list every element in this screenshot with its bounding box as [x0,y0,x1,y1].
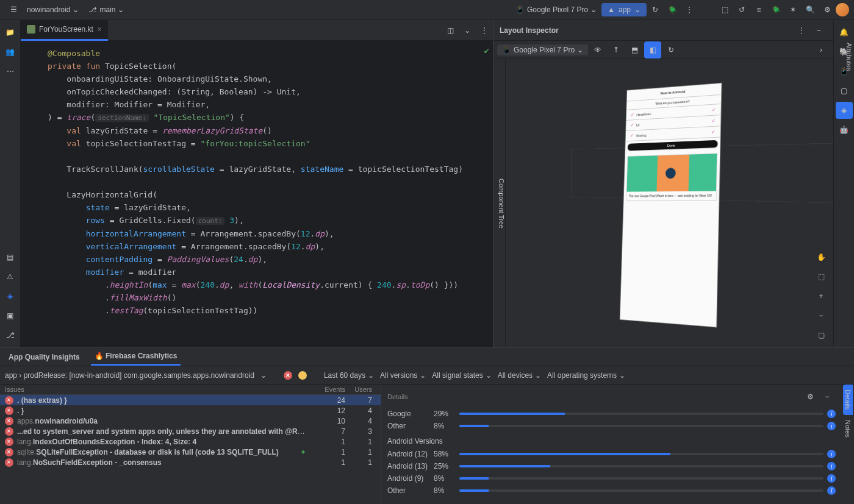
close-icon[interactable]: × [97,24,102,34]
component-tree-tab[interactable]: Component Tree [493,59,506,347]
zoom-in-icon[interactable]: + [813,288,830,305]
side-tab-details[interactable]: Details [843,385,853,415]
chevron-right-icon[interactable]: › [813,41,830,59]
gear-icon[interactable]: ⚙ [819,1,836,18]
chevron-down-icon[interactable]: ⌄ [260,371,267,380]
minimize-icon[interactable]: − [819,388,836,405]
editor-tab[interactable]: ForYouScreen.kt × [21,20,108,41]
problems-tool-icon[interactable]: ⚠ [2,268,19,285]
info-icon[interactable]: i [827,474,836,483]
filter-versions[interactable]: All versions ⌄ [380,371,426,380]
more-icon[interactable]: ⋮ [681,1,698,18]
avatar[interactable] [836,3,849,16]
warn-badge[interactable] [298,371,307,380]
tool-icon-5[interactable]: ✶ [784,1,802,18]
run-config-dropdown[interactable]: ▲ app ⌄ [601,3,647,16]
chevron-down-icon: ⌄ [577,46,583,54]
error-icon [5,406,13,415]
issue-row[interactable]: sqlite.SQLiteFullException - database or… [0,447,381,457]
attributes-tab[interactable]: Attributes [844,38,854,76]
layout-inspector-icon[interactable]: ◈ [836,102,853,119]
project-tool-icon[interactable]: 📁 [2,24,19,41]
issue-row[interactable]: apps.nowinandroid/u0a 104 [0,416,381,426]
pan-icon[interactable]: ✋ [813,249,830,266]
issue-row[interactable]: lang.NoSuchFieldException - _consensus 1… [0,457,381,467]
error-icon [5,417,13,425]
android-icon: ▲ [608,5,615,14]
info-icon[interactable]: i [827,486,836,495]
stat-row: Other8% i [387,484,836,497]
breadcrumb: app › prodRelease: [now-in-android] com.… [5,371,254,380]
versions-title: Android Versions [387,432,836,448]
minimize-icon[interactable]: − [810,22,827,39]
error-badge[interactable]: ✕ [284,371,292,380]
side-tab-notes[interactable]: Notes [843,415,853,442]
split-icon[interactable]: ◫ [442,22,459,39]
col-users: Users [345,386,376,393]
tool-icon-3[interactable]: ≡ [750,1,767,18]
snapshot-icon[interactable]: ⬒ [626,41,643,59]
code-editor[interactable]: ✔ @Composable private fun TopicSelection… [21,41,493,347]
tool-icon-2[interactable]: ↺ [733,1,750,18]
project-dropdown[interactable]: nowinandroid ⌄ [22,2,84,17]
info-icon[interactable]: i [827,462,836,470]
more-icon[interactable]: ⋮ [793,22,810,39]
debug-icon[interactable]: 🪲 [664,1,681,18]
error-icon [5,458,13,467]
error-icon [5,396,13,405]
structure-tool-icon[interactable]: 👥 [2,43,19,60]
chevron-down-icon: ⌄ [73,5,79,14]
check-icon: ✔ [484,44,489,57]
select-icon[interactable]: ⬚ [813,268,830,285]
kotlin-file-icon [27,25,35,34]
export-icon[interactable]: ⤒ [608,41,625,59]
info-icon[interactable]: i [827,422,836,430]
issue-row[interactable]: . (has extras) } 247 [0,395,381,405]
col-events: Events [309,386,345,393]
stat-row: Android (9)8% i [387,472,836,484]
3d-icon[interactable]: ◧ [644,41,661,59]
issue-row[interactable]: lang.IndexOutOfBoundsException - Index: … [0,436,381,447]
inspector-device-dropdown[interactable]: 📱 Google Pixel 7 Pro ⌄ [497,44,588,55]
branch-dropdown[interactable]: ⎇ main ⌄ [84,2,129,17]
tab-firebase[interactable]: 🔥 Firebase Crashlytics [91,348,181,366]
error-icon [5,448,13,456]
terminal-tool-icon[interactable]: ▤ [2,249,19,266]
refresh-icon[interactable]: ↻ [662,41,680,59]
issue-row[interactable]: ...ed to system_server and system apps o… [0,426,381,436]
search-icon[interactable]: 🔍 [802,1,819,18]
logcat-tool-icon[interactable]: ▣ [2,307,19,324]
more-icon[interactable]: ⋮ [476,22,493,39]
error-icon [5,427,13,436]
tool-icon-1[interactable]: ⬚ [716,1,733,18]
hamburger-icon[interactable]: ☰ [5,1,22,18]
restart-icon[interactable]: ↻ [647,1,664,18]
filter-devices[interactable]: All devices ⌄ [498,371,541,380]
android-icon[interactable]: 🤖 [836,121,853,138]
stat-row: Android (12)58% i [387,448,836,460]
stat-row: Other8% i [387,420,836,432]
issue-row[interactable]: . } 124 [0,405,381,416]
filter-os[interactable]: All operating systems ⌄ [547,371,625,380]
filter-time[interactable]: Last 60 days ⌄ [324,371,374,380]
tab-app-quality[interactable]: App Quality Insights [5,349,84,365]
eye-icon[interactable]: 👁 [589,41,606,59]
gear-icon[interactable]: ⚙ [802,388,819,405]
info-icon[interactable]: i [827,410,836,418]
filter-signals[interactable]: All signal states ⌄ [432,371,491,380]
info-icon[interactable]: i [827,450,836,458]
ai-icon[interactable]: ✦ [300,448,306,456]
device-dropdown[interactable]: 📱 Google Pixel 7 Pro ⌄ [511,2,601,17]
fit-icon[interactable]: ▢ [813,327,830,344]
branch-icon: ⎇ [88,5,97,14]
emulator-icon[interactable]: ▢ [836,82,853,99]
zoom-out-icon[interactable]: − [813,307,830,324]
app-quality-tool-icon[interactable]: ◈ [2,288,19,305]
chevron-down-icon[interactable]: ⌄ [459,22,476,39]
vcs-tool-icon[interactable]: ⎇ [2,327,19,344]
device-icon: 📱 [502,46,511,54]
layout-canvas[interactable]: Now in Android What are you interested i… [506,59,833,347]
tool-icon-4[interactable]: 🪲 [767,1,784,18]
more-tools-icon[interactable]: ⋯ [2,63,19,80]
stat-row: Android (13)25% i [387,460,836,472]
